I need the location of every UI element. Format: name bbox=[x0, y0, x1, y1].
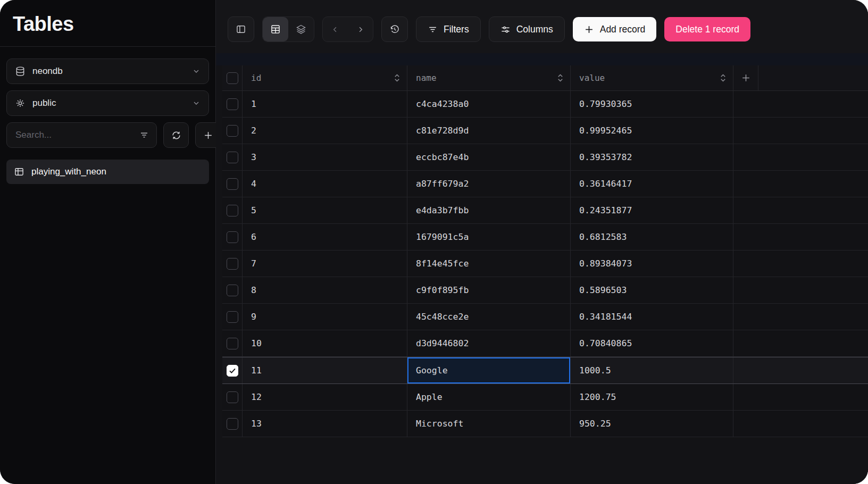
previous-page-button[interactable] bbox=[323, 17, 348, 41]
view-mode-segmented-control bbox=[262, 16, 314, 42]
database-select-label: neondb bbox=[32, 66, 63, 77]
cell-id[interactable]: 3 bbox=[243, 144, 407, 170]
table-row: 11Google1000.5 bbox=[222, 357, 868, 384]
cell-value[interactable]: 1200.75 bbox=[571, 384, 733, 410]
row-checkbox[interactable] bbox=[227, 365, 238, 377]
row-checkbox[interactable] bbox=[227, 231, 238, 243]
sort-icon[interactable] bbox=[720, 73, 727, 82]
row-checkbox[interactable] bbox=[227, 258, 238, 270]
table-row: 2c81e728d9d0.99952465 bbox=[222, 118, 868, 144]
add-record-button[interactable]: Add record bbox=[573, 17, 657, 41]
cell-name[interactable]: d3d9446802 bbox=[407, 330, 571, 356]
layers-view-button[interactable] bbox=[288, 17, 314, 41]
row-checkbox[interactable] bbox=[227, 205, 238, 216]
cell-id[interactable]: 6 bbox=[243, 224, 407, 250]
cell-id[interactable]: 8 bbox=[243, 277, 407, 303]
cell-value[interactable]: 1000.5 bbox=[571, 357, 733, 383]
row-checkbox-cell bbox=[222, 118, 243, 144]
cell-id[interactable]: 1 bbox=[243, 91, 407, 117]
row-checkbox[interactable] bbox=[227, 338, 238, 349]
table-row: 1c4ca4238a00.79930365 bbox=[222, 91, 868, 118]
column-header-value[interactable]: value bbox=[571, 65, 733, 90]
chevron-right-icon bbox=[356, 25, 365, 34]
column-header-id[interactable]: id bbox=[243, 65, 407, 90]
search-box[interactable] bbox=[6, 122, 157, 148]
row-checkbox[interactable] bbox=[227, 152, 238, 163]
sort-icon[interactable] bbox=[557, 73, 564, 82]
cell-name[interactable]: e4da3b7fbb bbox=[407, 197, 571, 223]
cell-name[interactable]: c9f0f895fb bbox=[407, 277, 571, 303]
cell-name[interactable]: 8f14e45fce bbox=[407, 251, 571, 277]
cell-name[interactable]: a87ff679a2 bbox=[407, 171, 571, 197]
row-checkbox[interactable] bbox=[227, 98, 238, 110]
cell-value[interactable]: 0.39353782 bbox=[571, 144, 733, 170]
cell-value[interactable]: 0.89384073 bbox=[571, 251, 733, 277]
table-row: 3eccbc87e4b0.39353782 bbox=[222, 144, 868, 171]
row-checkbox[interactable] bbox=[227, 178, 238, 190]
column-header-name[interactable]: name bbox=[407, 65, 571, 90]
refresh-button[interactable] bbox=[163, 122, 189, 148]
history-button[interactable] bbox=[381, 16, 408, 42]
delete-record-button[interactable]: Delete 1 record bbox=[664, 17, 750, 41]
cell-value[interactable]: 0.24351877 bbox=[571, 197, 733, 223]
cell-value[interactable]: 0.5896503 bbox=[571, 277, 733, 303]
schema-gear-icon bbox=[15, 98, 26, 109]
row-checkbox[interactable] bbox=[227, 125, 238, 137]
cell-name[interactable]: c81e728d9d bbox=[407, 118, 571, 144]
filters-button[interactable]: Filters bbox=[416, 16, 481, 42]
cell-id[interactable]: 9 bbox=[243, 304, 407, 330]
database-select[interactable]: neondb bbox=[6, 59, 209, 84]
row-checkbox-cell bbox=[222, 411, 243, 437]
cell-name[interactable]: Apple bbox=[407, 384, 571, 410]
table-view-button[interactable] bbox=[263, 17, 288, 41]
cell-name[interactable]: Google bbox=[407, 357, 571, 383]
cell-value[interactable]: 0.36146417 bbox=[571, 171, 733, 197]
cell-value[interactable]: 0.70840865 bbox=[571, 330, 733, 356]
cell-id[interactable]: 11 bbox=[243, 357, 407, 383]
sidebar-item-playing-with-neon[interactable]: playing_with_neon bbox=[6, 160, 209, 184]
row-checkbox[interactable] bbox=[227, 391, 238, 403]
cell-name[interactable]: Microsoft bbox=[407, 411, 571, 437]
column-header-id-label: id bbox=[251, 73, 261, 83]
row-checkbox[interactable] bbox=[227, 311, 238, 323]
row-checkbox-cell bbox=[222, 357, 243, 383]
cell-name[interactable]: eccbc87e4b bbox=[407, 144, 571, 170]
cell-value[interactable]: 950.25 bbox=[571, 411, 733, 437]
cell-name[interactable]: c4ca4238a0 bbox=[407, 91, 571, 117]
cell-name[interactable]: 1679091c5a bbox=[407, 224, 571, 250]
chevron-down-icon bbox=[192, 99, 201, 107]
layers-view-icon bbox=[296, 24, 306, 35]
row-checkbox[interactable] bbox=[227, 418, 238, 430]
select-all-checkbox[interactable] bbox=[227, 72, 238, 84]
cell-value[interactable]: 0.79930365 bbox=[571, 91, 733, 117]
app-window: Tables neondb public bbox=[0, 0, 868, 484]
sliders-icon bbox=[500, 24, 511, 35]
table-body: 1c4ca4238a00.799303652c81e728d9d0.999524… bbox=[222, 91, 868, 437]
sidebar-header: Tables bbox=[0, 0, 215, 46]
cell-id[interactable]: 5 bbox=[243, 197, 407, 223]
cell-name[interactable]: 45c48cce2e bbox=[407, 304, 571, 330]
cell-id[interactable]: 7 bbox=[243, 251, 407, 277]
columns-button[interactable]: Columns bbox=[489, 16, 565, 42]
data-grid: id name value bbox=[216, 65, 868, 484]
schema-select[interactable]: public bbox=[6, 90, 209, 116]
table-row: 13Microsoft950.25 bbox=[222, 411, 868, 437]
next-page-button[interactable] bbox=[348, 17, 373, 41]
cell-id[interactable]: 10 bbox=[243, 330, 407, 356]
sidebar-toggle-button[interactable] bbox=[228, 16, 254, 42]
row-checkbox[interactable] bbox=[227, 285, 238, 296]
cell-id[interactable]: 2 bbox=[243, 118, 407, 144]
add-column-button[interactable] bbox=[733, 65, 758, 90]
cell-id[interactable]: 13 bbox=[243, 411, 407, 437]
cell-id[interactable]: 12 bbox=[243, 384, 407, 410]
cell-id[interactable]: 4 bbox=[243, 171, 407, 197]
filters-button-label: Filters bbox=[444, 24, 469, 35]
search-input[interactable] bbox=[14, 129, 134, 141]
sort-icon[interactable] bbox=[394, 73, 400, 82]
cell-value[interactable]: 0.99952465 bbox=[571, 118, 733, 144]
plus-icon bbox=[584, 24, 594, 35]
cell-value[interactable]: 0.34181544 bbox=[571, 304, 733, 330]
table-row: 8c9f0f895fb0.5896503 bbox=[222, 277, 868, 304]
schema-select-label: public bbox=[32, 98, 56, 109]
cell-value[interactable]: 0.6812583 bbox=[571, 224, 733, 250]
